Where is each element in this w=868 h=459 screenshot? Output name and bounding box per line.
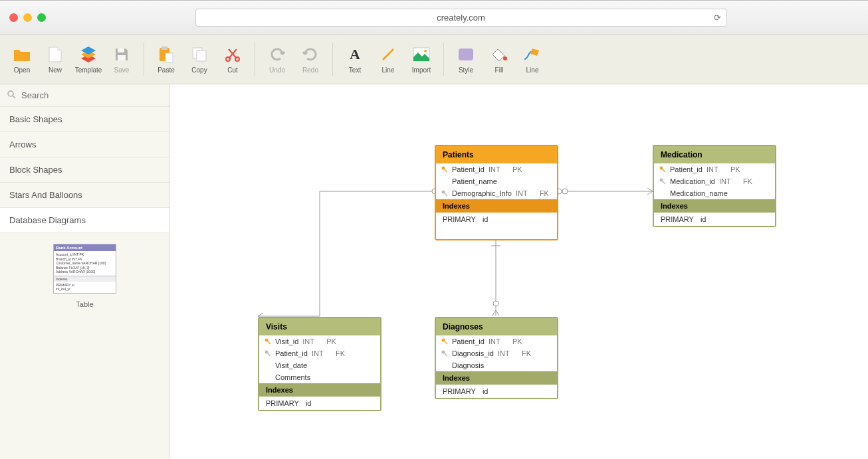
indexes-header: Indexes: [654, 199, 775, 213]
svg-point-18: [562, 189, 568, 194]
key-icon: [441, 190, 448, 197]
svg-rect-3: [162, 46, 167, 50]
column-row: Patient_idINTPK: [436, 163, 557, 175]
column-row: Patient_idINTPK: [654, 163, 775, 175]
column-row: Patient_name: [436, 175, 557, 187]
line-style-button[interactable]: Line: [516, 39, 549, 79]
key-icon: [659, 178, 666, 185]
sidebar-item-stars-balloons[interactable]: Stars And Balloons: [0, 183, 169, 208]
key-icon: [441, 166, 448, 173]
index-row: PRIMARYid: [259, 397, 380, 410]
search-input[interactable]: [21, 90, 163, 100]
save-button[interactable]: Save: [105, 39, 138, 79]
column-row: Visit_idINTPK: [259, 335, 380, 347]
key-icon: [265, 350, 271, 357]
url-bar[interactable]: creately.com ⟳: [195, 9, 727, 27]
sidebar-item-basic-shapes[interactable]: Basic Shapes: [0, 107, 169, 132]
paste-button[interactable]: Paste: [150, 39, 183, 79]
table-patients[interactable]: Patients Patient_idINTPK Patient_name De…: [435, 145, 558, 240]
svg-point-14: [8, 91, 13, 96]
maximize-window-button[interactable]: [37, 13, 46, 22]
line-icon: [379, 45, 397, 64]
index-row: PRIMARYid: [436, 213, 557, 226]
column-row: Visit_date: [259, 359, 380, 371]
sidebar-item-arrows[interactable]: Arrows: [0, 132, 169, 157]
indexes-header: Indexes: [436, 371, 557, 385]
table-title: Diagnoses: [436, 318, 557, 335]
template-icon: [79, 45, 98, 64]
cut-button[interactable]: Cut: [216, 39, 249, 79]
sidebar-item-database-diagrams[interactable]: Database Diagrams: [0, 208, 169, 233]
palette-label: Table: [53, 300, 116, 308]
diagram-canvas[interactable]: Patients Patient_idINTPK Patient_name De…: [170, 84, 868, 459]
key-icon: [441, 338, 448, 345]
column-row: Patient_idINTPK: [436, 335, 557, 347]
indexes-header: Indexes: [436, 199, 557, 213]
svg-point-8: [235, 57, 239, 61]
table-title: Visits: [259, 318, 380, 335]
fill-button[interactable]: Fill: [483, 39, 516, 79]
redo-icon: [301, 45, 320, 64]
minimize-window-button[interactable]: [23, 13, 32, 22]
table-diagnoses[interactable]: Diagnoses Patient_idINTPK Diagnosis_idIN…: [435, 317, 558, 399]
svg-rect-6: [197, 50, 206, 61]
template-button[interactable]: Template: [72, 39, 105, 79]
pencil-line-icon: [523, 45, 542, 64]
table-title: Medication: [654, 146, 775, 163]
text-icon: A: [346, 45, 364, 64]
text-tool-button[interactable]: A Text: [338, 39, 372, 79]
reload-icon[interactable]: ⟳: [714, 13, 721, 23]
cut-icon: [223, 45, 242, 64]
open-button[interactable]: Open: [5, 39, 39, 79]
import-button[interactable]: Import: [405, 39, 438, 79]
column-row: Patient_idINTFK: [259, 347, 380, 359]
fill-icon: [490, 45, 508, 64]
main-toolbar: Open New Template Save Paste Copy Cut: [0, 35, 868, 84]
style-button[interactable]: Style: [449, 39, 483, 79]
save-icon: [112, 45, 131, 64]
key-icon: [441, 350, 448, 357]
style-icon: [457, 45, 475, 64]
svg-line-9: [383, 49, 393, 60]
svg-point-7: [226, 57, 230, 61]
paste-icon: [157, 45, 175, 64]
undo-button[interactable]: Undo: [261, 39, 294, 79]
key-icon: [265, 338, 271, 345]
sidebar: Basic Shapes Arrows Block Shapes Stars A…: [0, 84, 170, 459]
svg-rect-0: [118, 48, 124, 52]
new-file-icon: [46, 45, 64, 64]
redo-button[interactable]: Redo: [294, 39, 327, 79]
svg-rect-4: [165, 53, 173, 62]
table-shape-thumb[interactable]: Bank Account Account_id INT PK Branch_id…: [53, 244, 116, 308]
indexes-header: Indexes: [259, 383, 380, 397]
line-tool-button[interactable]: Line: [372, 39, 405, 79]
svg-point-13: [503, 56, 507, 60]
column-row: Diagnosis: [436, 359, 557, 371]
copy-button[interactable]: Copy: [183, 39, 216, 79]
undo-icon: [268, 45, 286, 64]
table-visits[interactable]: Visits Visit_idINTPK Patient_idINTFK Vis…: [258, 317, 381, 411]
titlebar: creately.com ⟳: [0, 0, 868, 35]
column-row: Diagnosis_idINTFK: [436, 347, 557, 359]
shape-palette: Bank Account Account_id INT PK Branch_id…: [0, 233, 169, 459]
url-text: creately.com: [437, 13, 485, 23]
key-icon: [659, 166, 666, 173]
copy-icon: [190, 45, 209, 64]
column-row: Demographic_InfoINTFK: [436, 187, 557, 199]
column-row: Medication_idINTFK: [654, 175, 775, 187]
column-row: Comments: [259, 371, 380, 383]
index-row: PRIMARYid: [654, 213, 775, 226]
new-button[interactable]: New: [39, 39, 72, 79]
search-icon: [7, 90, 16, 102]
svg-rect-12: [459, 48, 473, 60]
svg-point-19: [493, 301, 498, 306]
svg-point-11: [424, 50, 427, 52]
column-row: Medication_name: [654, 187, 775, 199]
svg-rect-1: [118, 55, 126, 60]
import-icon: [412, 45, 431, 64]
svg-line-15: [13, 96, 15, 98]
traffic-lights: [9, 13, 46, 22]
close-window-button[interactable]: [9, 13, 18, 22]
table-medication[interactable]: Medication Patient_idINTPK Medication_id…: [653, 145, 776, 227]
sidebar-item-block-shapes[interactable]: Block Shapes: [0, 157, 169, 183]
